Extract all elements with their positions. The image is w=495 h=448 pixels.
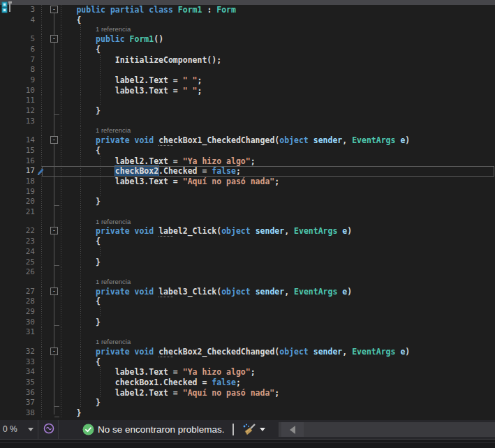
codelens-references[interactable]: 1 referencia [96,25,131,34]
ai-assistant-button[interactable] [39,420,59,439]
line-number[interactable]: 16 [0,156,35,167]
line-number[interactable]: 4 [0,15,35,26]
line-number[interactable]: 22 [0,226,35,237]
code-line[interactable]: 23 { [0,237,495,247]
code-line[interactable]: 33 { [0,357,495,368]
code-line[interactable]: 12 } [0,106,495,117]
code-line[interactable]: 30 } [0,318,495,328]
code-line[interactable]: 25 } [0,257,495,268]
code-line[interactable]: 4 { [0,15,495,26]
code-line[interactable]: 17 checkBox2.Checked = false; [0,166,495,177]
code-line[interactable]: 38 } [0,408,495,419]
code-line[interactable]: 13 [0,117,495,127]
code-line[interactable]: 5- public Form1() [0,34,495,45]
fold-toggle[interactable]: - [50,348,58,355]
fold-toggle[interactable]: - [50,227,58,234]
code-line[interactable]: 29 [0,307,495,318]
zoom-control[interactable]: 0 % [0,420,38,439]
line-number[interactable]: 15 [0,146,35,156]
codelens-references[interactable]: 1 referencia [96,218,131,227]
check-circle-icon[interactable] [82,424,94,438]
code-line[interactable]: 31 [0,327,495,338]
line-number[interactable]: 35 [0,378,35,388]
code-text: checkBox1.Checked = false; [38,378,241,388]
line-number[interactable]: 9 [0,75,35,86]
code-line[interactable]: 35 checkBox1.Checked = false; [0,378,495,388]
code-line[interactable]: 36 label2.Text = "Aquí no pasó nada"; [0,388,495,398]
code-line[interactable]: 16 label2.Text = "Ya hizo algo"; [0,156,495,167]
line-number[interactable]: 26 [0,267,35,278]
line-number[interactable]: 33 [0,357,35,368]
scroll-left-button[interactable] [281,422,304,437]
code-line[interactable]: 6 { [0,45,495,55]
line-number[interactable]: 38 [0,408,35,419]
code-line[interactable]: 7 InitializeComponent(); [0,55,495,66]
code-area[interactable]: 3- public partial class Form1 : Form4 {1… [0,5,495,419]
line-number[interactable]: 19 [0,187,35,197]
line-number[interactable]: 20 [0,197,35,207]
code-line[interactable]: 37 } [0,398,495,408]
indent-guide [41,126,42,135]
code-line[interactable]: 14- private void checkBox1_CheckedChange… [0,135,495,146]
code-line[interactable]: 8 [0,65,495,75]
line-number[interactable]: 27 [0,287,35,297]
code-text: { [38,45,101,55]
line-number[interactable]: 21 [0,207,35,218]
line-number[interactable]: 29 [0,307,35,318]
line-number[interactable]: 25 [0,257,35,268]
fold-toggle[interactable]: - [50,6,58,13]
line-number[interactable]: 12 [0,106,35,117]
line-number[interactable]: 30 [0,318,35,328]
horizontal-scrollbar[interactable] [279,422,495,437]
fold-toggle[interactable]: - [50,288,58,295]
code-line[interactable]: 3- public partial class Form1 : Form [0,5,495,15]
indent-guide [41,25,42,34]
code-line[interactable]: 10 label3.Text = " "; [0,86,495,96]
fold-toggle[interactable]: - [50,35,58,43]
line-number[interactable]: 5 [0,34,35,45]
line-number[interactable]: 37 [0,398,35,408]
line-number[interactable]: 8 [0,65,35,75]
codelens-references[interactable]: 1 referencia [96,278,131,287]
code-line[interactable]: 19 [0,187,495,197]
code-line[interactable]: 28 { [0,297,495,307]
line-number[interactable]: 13 [0,117,35,127]
code-line[interactable]: 11 [0,96,495,106]
codelens-references[interactable]: 1 referencia [96,126,131,135]
chevron-down-icon[interactable] [28,428,34,431]
indent-guide [80,207,81,218]
line-number[interactable]: 31 [0,327,35,338]
code-line[interactable]: 24 [0,247,495,257]
code-line[interactable]: 26 [0,267,495,278]
line-number[interactable]: 18 [0,177,35,187]
code-cleanup-broom-icon[interactable] [241,422,258,440]
code-line[interactable]: 21 [0,207,495,218]
code-line[interactable]: 32- private void checkBox2_CheckedChange… [0,347,495,357]
code-text: label2.Text = " "; [38,75,202,86]
line-number[interactable]: 6 [0,45,35,55]
code-text: InitializeComponent(); [38,55,221,66]
line-number[interactable]: 7 [0,55,35,66]
code-line[interactable]: 20 } [0,197,495,207]
line-number[interactable]: 36 [0,388,35,398]
line-number[interactable]: 10 [0,86,35,96]
line-number[interactable]: 11 [0,96,35,106]
indent-guide [80,307,81,318]
line-number[interactable]: 17 [0,166,35,177]
line-number[interactable]: 14 [0,135,35,146]
code-line[interactable]: 9 label2.Text = " "; [0,75,495,86]
code-line[interactable]: 22- private void label2_Click(object sen… [0,226,495,237]
line-number[interactable]: 24 [0,247,35,257]
line-number[interactable]: 28 [0,297,35,307]
fold-toggle[interactable]: - [50,136,58,144]
codelens-references[interactable]: 1 referencia [96,338,131,347]
code-line[interactable]: 34 label3.Text = "Ya hizo algo"; [0,367,495,378]
code-text: label3.Text = "Ya hizo algo"; [38,367,256,378]
code-line[interactable]: 27- private void label3_Click(object sen… [0,287,495,297]
code-line[interactable]: 15 { [0,146,495,156]
cleanup-chevron-down-icon[interactable] [260,428,265,431]
line-number[interactable]: 34 [0,367,35,378]
line-number[interactable]: 32 [0,347,35,357]
line-number[interactable]: 23 [0,237,35,247]
code-line[interactable]: 18 label3.Text = "Aquí no pasó nada"; [0,177,495,187]
